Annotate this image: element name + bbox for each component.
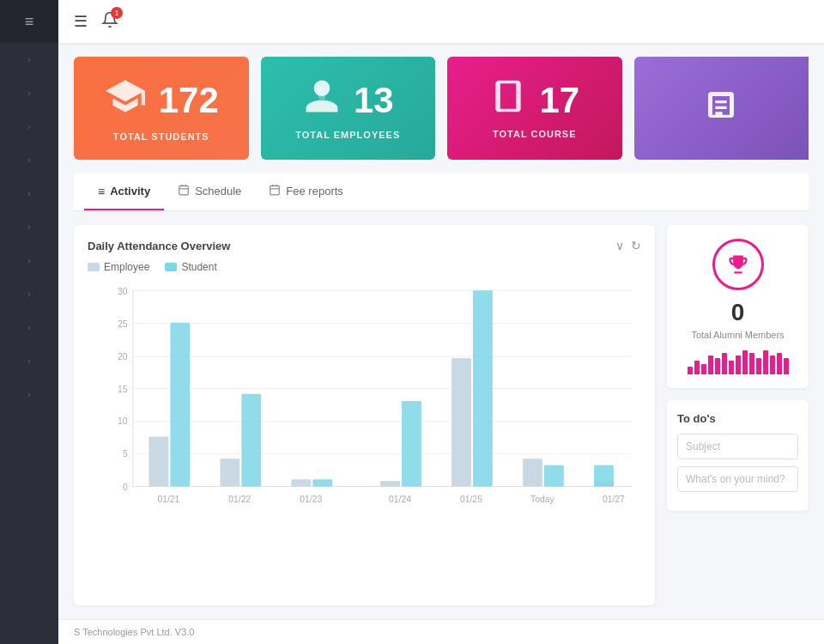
svg-rect-30 bbox=[291, 479, 311, 486]
dashboard-row: Daily Attendance Overview ∨ ↻ Employee S… bbox=[74, 225, 809, 605]
svg-rect-27 bbox=[221, 459, 240, 486]
sidebar-item-3[interactable]: › bbox=[0, 110, 58, 143]
mini-bar bbox=[736, 355, 741, 374]
footer-text: S Technologies Pvt Ltd. V3.0 bbox=[74, 627, 194, 637]
sidebar-item-6[interactable]: › bbox=[0, 210, 58, 244]
employees-label: TOTAL EMPLOYEES bbox=[295, 130, 400, 140]
svg-rect-39 bbox=[523, 459, 542, 486]
svg-text:01/25: 01/25 bbox=[460, 495, 482, 504]
students-count: 172 bbox=[159, 82, 219, 118]
schedule-tab-icon bbox=[178, 184, 190, 198]
svg-rect-40 bbox=[544, 465, 564, 487]
employee-legend-dot bbox=[88, 263, 100, 271]
courses-icon bbox=[489, 77, 527, 124]
chevron-icon-5: › bbox=[27, 189, 30, 198]
sidebar-item-2[interactable]: › bbox=[0, 76, 58, 110]
footer: S Technologies Pvt Ltd. V3.0 bbox=[58, 619, 824, 644]
chart-refresh-icon[interactable]: ↻ bbox=[631, 239, 641, 252]
svg-text:10: 10 bbox=[118, 416, 128, 426]
chevron-icon-1: › bbox=[27, 55, 30, 64]
chevron-icon-11: › bbox=[27, 390, 30, 399]
chart-dropdown-icon[interactable]: ∨ bbox=[615, 239, 624, 252]
mind-input[interactable] bbox=[677, 466, 798, 492]
svg-rect-33 bbox=[380, 481, 400, 486]
mini-bar bbox=[756, 358, 761, 374]
mini-bar bbox=[688, 367, 693, 374]
employees-count: 13 bbox=[354, 82, 394, 118]
fee-reports-tab-icon bbox=[269, 184, 281, 198]
sidebar-item-9[interactable]: › bbox=[0, 311, 58, 344]
employees-icon bbox=[302, 76, 342, 125]
stat-card-students[interactable]: 172 TOTAL STUDENTS bbox=[74, 57, 249, 160]
tab-activity[interactable]: ≡ Activity bbox=[84, 174, 164, 210]
chart-card: Daily Attendance Overview ∨ ↻ Employee S… bbox=[74, 225, 655, 605]
todo-title: To do's bbox=[677, 412, 798, 425]
legend-student: Student bbox=[165, 261, 216, 273]
svg-text:20: 20 bbox=[118, 352, 128, 361]
alumni-label: Total Alumni Members bbox=[677, 330, 798, 340]
chart-actions[interactable]: ∨ ↻ bbox=[615, 239, 641, 252]
svg-text:5: 5 bbox=[123, 449, 128, 459]
sidebar-item-11[interactable]: › bbox=[0, 378, 58, 411]
trophy-icon-ring bbox=[712, 239, 764, 290]
right-panel: 0 Total Alumni Members To do's bbox=[667, 225, 809, 605]
chevron-icon-9: › bbox=[27, 323, 30, 332]
svg-text:30: 30 bbox=[118, 287, 128, 296]
todo-card: To do's bbox=[667, 400, 809, 511]
svg-text:01/27: 01/27 bbox=[603, 495, 625, 504]
sidebar-item-4[interactable]: › bbox=[0, 143, 58, 177]
svg-rect-25 bbox=[170, 323, 190, 487]
alumni-card: 0 Total Alumni Members bbox=[667, 225, 809, 388]
chevron-icon-8: › bbox=[27, 289, 30, 299]
svg-rect-31 bbox=[312, 479, 332, 486]
stats-row: 172 TOTAL STUDENTS 13 bbox=[74, 57, 809, 160]
students-label: TOTAL STUDENTS bbox=[113, 131, 209, 142]
menu-icon[interactable]: ☰ bbox=[74, 12, 88, 31]
mini-bar bbox=[770, 355, 775, 374]
mini-bar bbox=[763, 350, 768, 374]
sidebar-item-10[interactable]: › bbox=[0, 344, 58, 378]
stat-card-employees[interactable]: 13 TOTAL EMPLOYEES bbox=[261, 57, 436, 160]
mini-bar bbox=[701, 364, 706, 374]
bar-chart: 30 25 20 15 10 5 0 01/21 01/22 bbox=[88, 282, 641, 522]
legend-employee: Employee bbox=[88, 261, 149, 273]
fee-reports-tab-label: Fee reports bbox=[286, 185, 342, 197]
mini-bar bbox=[708, 355, 713, 374]
svg-rect-43 bbox=[594, 465, 614, 487]
chevron-icon-6: › bbox=[27, 222, 30, 232]
svg-rect-0 bbox=[318, 87, 325, 100]
schedule-tab-label: Schedule bbox=[195, 185, 241, 197]
svg-text:Today: Today bbox=[530, 495, 554, 504]
tab-schedule[interactable]: Schedule bbox=[164, 173, 255, 210]
courses-label: TOTAL COURSE bbox=[493, 129, 577, 139]
courses-count: 17 bbox=[539, 82, 579, 118]
svg-text:15: 15 bbox=[118, 385, 128, 394]
mini-bar bbox=[777, 353, 782, 374]
employee-legend-label: Employee bbox=[104, 261, 149, 273]
chart-title: Daily Attendance Overview bbox=[88, 240, 230, 252]
chevron-icon-10: › bbox=[27, 356, 30, 366]
chevron-icon-7: › bbox=[27, 256, 30, 265]
mini-bar bbox=[784, 358, 789, 374]
subject-input[interactable] bbox=[677, 434, 798, 459]
sidebar-item-1[interactable]: › bbox=[0, 43, 58, 76]
activity-tab-label: Activity bbox=[110, 185, 150, 197]
notification-bell[interactable]: 1 bbox=[101, 11, 118, 33]
svg-rect-28 bbox=[241, 394, 261, 487]
sidebar-item-8[interactable]: › bbox=[0, 277, 58, 311]
tab-fee-reports[interactable]: Fee reports bbox=[255, 173, 356, 210]
students-icon bbox=[104, 75, 147, 126]
partial-icon bbox=[704, 88, 738, 130]
sidebar-item-5[interactable]: › bbox=[0, 177, 58, 210]
svg-text:25: 25 bbox=[118, 319, 128, 329]
main-content: ☰ 1 172 bbox=[58, 0, 824, 644]
mini-bar bbox=[694, 361, 700, 374]
stat-card-partial[interactable] bbox=[634, 57, 809, 160]
topbar: ☰ 1 bbox=[58, 0, 824, 43]
chevron-icon-2: › bbox=[27, 88, 30, 98]
alumni-mini-chart bbox=[677, 349, 798, 374]
mini-bar bbox=[729, 361, 734, 374]
stat-card-courses[interactable]: 17 TOTAL COURSE bbox=[447, 57, 622, 160]
sidebar-item-7[interactable]: › bbox=[0, 244, 58, 277]
svg-text:0: 0 bbox=[123, 483, 128, 492]
